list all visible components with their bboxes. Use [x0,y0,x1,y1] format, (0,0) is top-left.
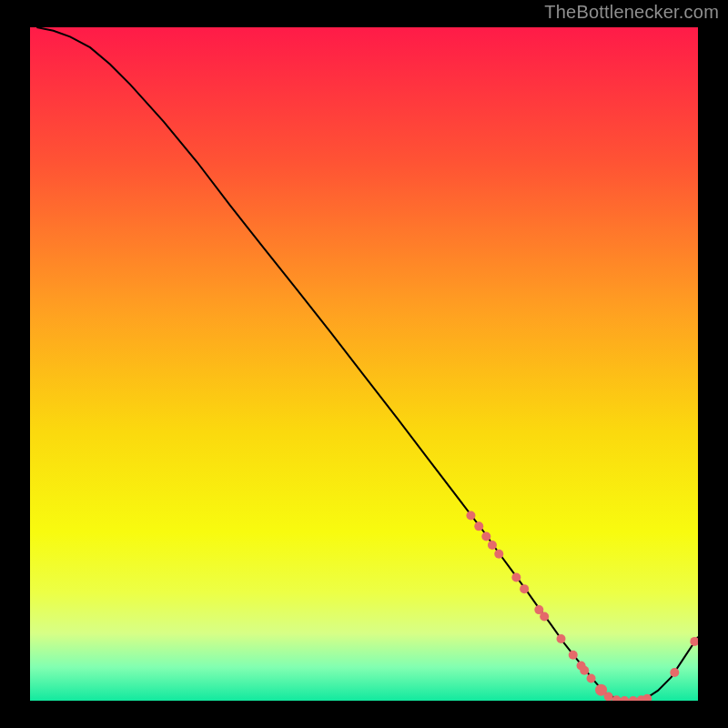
chart-svg [30,27,698,701]
data-marker [557,634,566,643]
data-marker [494,550,503,559]
chart-plot-area [30,27,698,701]
data-marker [580,666,589,675]
data-marker [481,531,490,541]
data-marker [488,541,497,550]
data-marker [670,668,679,677]
data-marker [587,674,596,683]
data-marker [569,651,578,660]
gradient-background [30,27,698,701]
data-marker [511,573,521,582]
data-marker [520,584,529,593]
watermark-text: TheBottlenecker.com [544,2,719,23]
data-marker [540,612,549,622]
chart-frame: TheBottlenecker.com [0,0,728,728]
data-marker [466,511,475,521]
data-marker [474,521,483,531]
